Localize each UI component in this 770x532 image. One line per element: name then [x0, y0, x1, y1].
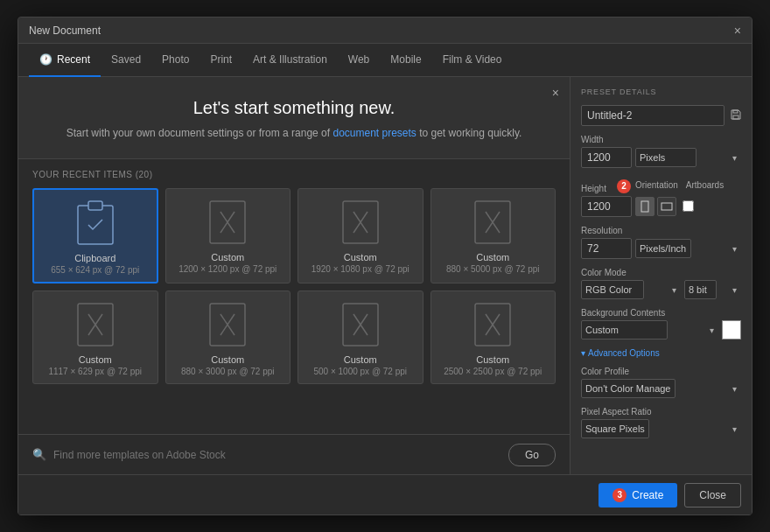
custom-icon-5: [208, 302, 247, 347]
item-card-6[interactable]: Custom 500 × 1000 px @ 72 ppi: [298, 290, 424, 384]
tab-recent[interactable]: 🕐 Recent: [29, 44, 101, 77]
color-profile-label: Color Profile: [581, 367, 741, 376]
hero-title: Let's start something new.: [36, 98, 552, 118]
resolution-field-group: Resolution Pixels/Inch Pixels/Cm: [581, 226, 741, 259]
height-label: Height: [581, 184, 606, 193]
bg-contents-wrapper: Custom White Transparent Background Colo…: [581, 320, 718, 340]
item-card-3[interactable]: Custom 880 × 5000 px @ 72 ppi: [430, 188, 556, 284]
item-size: 1200 × 1200 px @ 72 ppi: [178, 264, 276, 274]
color-mode-label: Color Mode: [581, 268, 741, 277]
tab-photo[interactable]: Photo: [151, 44, 200, 77]
go-button[interactable]: Go: [508, 444, 556, 466]
pixel-ratio-select[interactable]: Square Pixels D1/DV NTSC: [581, 419, 649, 438]
tabs-bar: 🕐 Recent Saved Photo Print Art & Illustr…: [18, 44, 752, 77]
save-preset-button[interactable]: [728, 107, 744, 125]
height-input[interactable]: [581, 196, 632, 217]
color-profile-select[interactable]: Don't Color Manage sRGB Adobe RGB: [581, 379, 676, 398]
width-unit-select[interactable]: Pixels Inches Centimeters: [635, 148, 696, 167]
tab-mobile[interactable]: Mobile: [380, 44, 431, 77]
item-size: 655 × 624 px @ 72 ppi: [51, 265, 139, 275]
resolution-row: Pixels/Inch Pixels/Cm: [581, 238, 741, 259]
resolution-label: Resolution: [581, 226, 741, 235]
svg-rect-0: [78, 206, 113, 244]
bg-contents-label: Background Contents: [581, 308, 741, 318]
orientation-label: Orientation: [635, 180, 678, 190]
stock-search-input[interactable]: [53, 449, 501, 461]
footer-bar: 🔍 Go: [18, 434, 570, 474]
item-card-7[interactable]: Custom 2500 × 2500 px @ 72 ppi: [430, 290, 556, 384]
custom-icon-4: [76, 302, 115, 347]
dialog-title: New Document: [29, 24, 101, 37]
tab-saved[interactable]: Saved: [101, 44, 151, 77]
tab-film-video[interactable]: Film & Video: [432, 44, 513, 77]
color-mode-field-group: Color Mode RGB Color CMYK Color Grayscal…: [581, 268, 741, 299]
tab-print[interactable]: Print: [200, 44, 242, 77]
presets-link[interactable]: document presets: [332, 127, 416, 139]
svg-rect-25: [641, 201, 648, 212]
landscape-orientation-button[interactable]: [657, 197, 676, 216]
item-card-5[interactable]: Custom 880 × 3000 px @ 72 ppi: [165, 290, 291, 384]
item-name: Clipboard: [74, 253, 116, 263]
chevron-down-icon: ▾: [581, 348, 585, 358]
height-badge: 2: [617, 179, 631, 193]
item-card-1[interactable]: Custom 1200 × 1200 px @ 72 ppi: [165, 188, 291, 284]
item-card-clipboard[interactable]: Clipboard 655 × 624 px @ 72 ppi: [32, 188, 158, 284]
preset-name-input[interactable]: [581, 105, 724, 126]
color-profile-wrapper: Don't Color Manage sRGB Adobe RGB: [581, 379, 741, 398]
item-size: 1920 × 1080 px @ 72 ppi: [312, 264, 410, 274]
close-button[interactable]: Close: [684, 483, 741, 508]
item-size: 880 × 3000 px @ 72 ppi: [181, 367, 275, 376]
width-row: Pixels Inches Centimeters: [581, 147, 741, 168]
preset-name-row: [581, 105, 741, 126]
svg-rect-24: [733, 110, 738, 113]
item-name: Custom: [476, 354, 509, 365]
create-badge: 3: [612, 488, 626, 502]
artboards-label: Artboards: [686, 180, 724, 190]
artboards-checkbox[interactable]: [682, 200, 694, 212]
width-field-group: Width Pixels Inches Centimeters: [581, 135, 741, 168]
create-button[interactable]: 3 Create: [598, 483, 677, 508]
bg-contents-select[interactable]: Custom White Transparent Background Colo…: [581, 320, 668, 340]
portrait-orientation-button[interactable]: [635, 197, 654, 216]
clipboard-icon: [76, 200, 115, 246]
pixel-ratio-wrapper: Square Pixels D1/DV NTSC: [581, 419, 741, 438]
color-mode-wrapper: RGB Color CMYK Color Grayscale: [581, 280, 681, 299]
left-panel: × Let's start something new. Start with …: [18, 77, 570, 474]
tab-web[interactable]: Web: [338, 44, 380, 77]
item-size: 880 × 5000 px @ 72 ppi: [446, 264, 540, 274]
item-size: 500 × 1000 px @ 72 ppi: [313, 367, 407, 376]
custom-icon-6: [341, 302, 380, 347]
item-name: Custom: [211, 354, 244, 365]
bg-contents-row: Custom White Transparent Background Colo…: [581, 320, 741, 340]
item-name: Custom: [211, 252, 244, 262]
custom-icon-3: [473, 200, 512, 245]
main-content: × Let's start something new. Start with …: [18, 77, 752, 474]
item-name: Custom: [344, 252, 377, 262]
recent-icon: 🕐: [39, 53, 52, 66]
resolution-unit-select[interactable]: Pixels/Inch Pixels/Cm: [635, 239, 691, 258]
custom-icon-1: [208, 200, 247, 245]
svg-rect-1: [88, 201, 102, 210]
color-depth-select[interactable]: 8 bit 16 bit 32 bit: [684, 280, 717, 299]
item-card-2[interactable]: Custom 1920 × 1080 px @ 72 ppi: [298, 188, 424, 284]
tab-art-illustration[interactable]: Art & Illustration: [242, 44, 338, 77]
resolution-input[interactable]: [581, 238, 632, 259]
color-depth-wrapper: 8 bit 16 bit 32 bit: [684, 280, 741, 299]
right-panel: PRESET DETAILS Width: [570, 77, 752, 474]
height-orientation-section: Height 2 Orientation Artboards: [581, 177, 741, 217]
item-card-4[interactable]: Custom 1117 × 629 px @ 72 ppi: [32, 290, 158, 384]
width-input[interactable]: [581, 147, 632, 168]
title-bar: New Document ×: [18, 18, 752, 44]
custom-icon-2: [341, 200, 380, 245]
hero-close-button[interactable]: ×: [552, 86, 559, 100]
item-name: Custom: [476, 252, 509, 262]
preset-section-label: PRESET DETAILS: [581, 88, 741, 96]
title-bar-close-button[interactable]: ×: [734, 24, 741, 37]
resolution-unit-wrapper: Pixels/Inch Pixels/Cm: [635, 239, 741, 258]
width-label: Width: [581, 135, 741, 144]
color-mode-select[interactable]: RGB Color CMYK Color Grayscale: [581, 280, 644, 299]
bottom-buttons: 3 Create Close: [18, 474, 752, 514]
bg-color-swatch[interactable]: [722, 320, 741, 340]
color-profile-field-group: Color Profile Don't Color Manage sRGB Ad…: [581, 367, 741, 398]
advanced-options-toggle[interactable]: ▾ Advanced Options: [581, 348, 741, 358]
